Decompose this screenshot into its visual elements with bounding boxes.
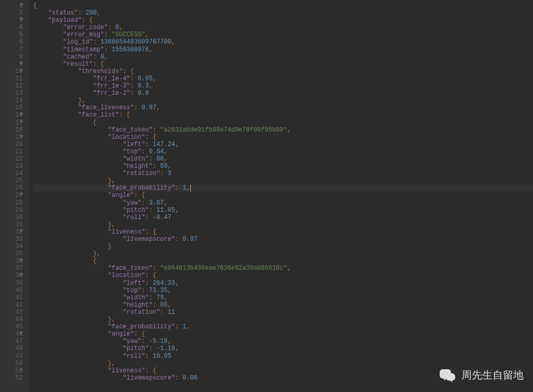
line-number[interactable]: 2: [0, 9, 23, 17]
line-number[interactable]: 10: [0, 68, 23, 75]
line-number[interactable]: 31: [0, 221, 23, 228]
code-line[interactable]: "top": 0.64,: [33, 148, 533, 155]
fold-toggle-icon[interactable]: [19, 135, 23, 138]
code-line[interactable]: "width": 79,: [33, 294, 533, 301]
line-number[interactable]: 14: [0, 97, 23, 104]
line-number[interactable]: 16: [0, 111, 23, 119]
code-line[interactable]: },: [33, 177, 533, 184]
line-number[interactable]: 45: [0, 323, 23, 330]
line-number[interactable]: 44: [0, 316, 23, 323]
line-number[interactable]: 36: [0, 257, 23, 265]
code-line[interactable]: "face_probability": 1,: [33, 323, 533, 330]
code-line[interactable]: "height": 86,: [33, 301, 533, 309]
code-line[interactable]: "height": 69,: [33, 163, 533, 170]
line-number[interactable]: 29: [0, 207, 23, 214]
code-line[interactable]: "livemapscore": 0.97: [33, 236, 533, 243]
line-number[interactable]: 39: [0, 280, 23, 287]
fold-toggle-icon[interactable]: [19, 259, 23, 262]
line-number[interactable]: 37: [0, 265, 23, 272]
fold-toggle-icon[interactable]: [19, 4, 23, 6]
code-line[interactable]: "roll": -0.47: [33, 214, 533, 221]
line-number[interactable]: 4: [0, 24, 23, 31]
code-line[interactable]: "face_token": "a2631abde91fb09a74d9e79f0…: [33, 126, 533, 134]
line-number[interactable]: 38: [0, 272, 23, 279]
line-number[interactable]: 22: [0, 155, 23, 163]
line-number[interactable]: 6: [0, 38, 23, 46]
line-number[interactable]: 51: [0, 367, 23, 374]
fold-toggle-icon[interactable]: [19, 121, 23, 123]
line-number[interactable]: 9: [0, 61, 23, 68]
line-number[interactable]: 52: [0, 374, 23, 382]
code-line[interactable]: "angle": {: [33, 330, 533, 338]
code-line[interactable]: "frr_1e-4": 0.05,: [33, 75, 533, 82]
code-line[interactable]: "left": 264.33,: [33, 280, 533, 287]
fold-toggle-icon[interactable]: [19, 369, 23, 371]
code-line[interactable]: "face_token": "e064813b436eae7636e92a39a…: [33, 265, 533, 272]
line-number[interactable]: 50: [0, 360, 23, 367]
code-line[interactable]: },: [33, 97, 533, 104]
line-number[interactable]: 12: [0, 82, 23, 90]
line-number[interactable]: 27: [0, 192, 23, 199]
line-number[interactable]: 35: [0, 250, 23, 257]
fold-toggle-icon[interactable]: [19, 273, 23, 276]
line-number[interactable]: 34: [0, 243, 23, 250]
line-number[interactable]: 26: [0, 184, 23, 192]
line-number[interactable]: 30: [0, 214, 23, 221]
code-line[interactable]: {: [33, 257, 533, 265]
code-line[interactable]: "face_list": [: [33, 111, 533, 119]
line-number[interactable]: 19: [0, 134, 23, 141]
code-line[interactable]: "payload": {: [33, 17, 533, 24]
line-number[interactable]: 21: [0, 148, 23, 155]
line-number[interactable]: 3: [0, 17, 23, 24]
line-number[interactable]: 18: [0, 126, 23, 134]
code-line[interactable]: {: [33, 119, 533, 126]
fold-toggle-icon[interactable]: [19, 62, 23, 65]
code-editor[interactable]: 1234567891011121314151617181920212223242…: [0, 0, 533, 392]
fold-toggle-icon[interactable]: [19, 69, 23, 72]
line-number[interactable]: 33: [0, 236, 23, 243]
code-line[interactable]: },: [33, 316, 533, 323]
line-number[interactable]: 49: [0, 353, 23, 360]
fold-toggle-icon[interactable]: [19, 193, 23, 196]
code-line[interactable]: "frr_1e-2": 0.9: [33, 90, 533, 97]
fold-toggle-icon[interactable]: [19, 18, 23, 21]
line-number[interactable]: 23: [0, 163, 23, 170]
line-number[interactable]: 48: [0, 345, 23, 352]
line-number[interactable]: 43: [0, 309, 23, 316]
line-number[interactable]: 11: [0, 75, 23, 82]
code-line[interactable]: },: [33, 250, 533, 257]
line-number[interactable]: 41: [0, 294, 23, 301]
line-number[interactable]: 46: [0, 330, 23, 338]
code-line[interactable]: "result": {: [33, 61, 533, 68]
code-line[interactable]: "cached": 0,: [33, 53, 533, 61]
line-number[interactable]: 25: [0, 177, 23, 184]
code-line[interactable]: },: [33, 360, 533, 367]
line-number[interactable]: 47: [0, 338, 23, 345]
code-line[interactable]: "rotation": 11: [33, 309, 533, 316]
code-line[interactable]: "rotation": 3: [33, 170, 533, 177]
line-number[interactable]: 42: [0, 301, 23, 309]
code-line[interactable]: }: [33, 243, 533, 250]
code-line[interactable]: "yaw": 3.67,: [33, 199, 533, 207]
code-line[interactable]: "status": 200,: [33, 9, 533, 17]
code-line[interactable]: "top": 73.35,: [33, 287, 533, 294]
line-number[interactable]: 1: [0, 2, 23, 9]
line-number[interactable]: 17: [0, 119, 23, 126]
line-number[interactable]: 13: [0, 90, 23, 97]
line-number[interactable]: 28: [0, 199, 23, 207]
line-number[interactable]: 40: [0, 287, 23, 294]
code-line[interactable]: "pitch": 11.85,: [33, 207, 533, 214]
line-number[interactable]: 32: [0, 228, 23, 236]
code-line[interactable]: "angle": {: [33, 192, 533, 199]
code-area[interactable]: { "status": 200, "payload": { "error_cod…: [29, 0, 533, 392]
code-line[interactable]: "roll": 10.05: [33, 353, 533, 360]
code-line[interactable]: "timestamp": 1559360976,: [33, 46, 533, 53]
code-line[interactable]: "log_id": 1368654493609767700,: [33, 38, 533, 46]
fold-toggle-icon[interactable]: [19, 332, 23, 335]
code-line[interactable]: "pitch": -1.16,: [33, 345, 533, 352]
code-line[interactable]: {: [33, 2, 533, 9]
code-line[interactable]: "yaw": -5.18,: [33, 338, 533, 345]
code-line[interactable]: "location": {: [33, 272, 533, 279]
fold-toggle-icon[interactable]: [19, 113, 23, 115]
fold-toggle-icon[interactable]: [19, 230, 23, 233]
